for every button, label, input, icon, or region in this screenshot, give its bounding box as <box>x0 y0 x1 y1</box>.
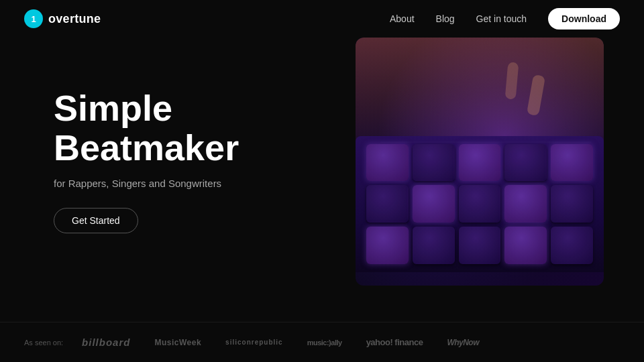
pad-8 <box>459 185 501 223</box>
pad-4 <box>504 144 547 182</box>
pad-10 <box>551 185 593 223</box>
navbar: 1 overtune About Blog Get in touch Downl… <box>0 0 644 38</box>
pad-2 <box>413 144 455 182</box>
pad-3 <box>459 144 501 182</box>
hero-section: Simple Beatmaker for Rappers, Singers an… <box>0 0 644 322</box>
pad-1 <box>366 144 409 182</box>
nav-about[interactable]: About <box>390 13 415 24</box>
brand-whynow: WhyNow <box>447 338 479 347</box>
brand-silicon: siliconrepublic <box>225 339 283 346</box>
hero-image-inner <box>356 38 604 286</box>
pad-12 <box>413 227 455 264</box>
pad-6 <box>366 185 409 223</box>
hero-text: Simple Beatmaker for Rappers, Singers an… <box>54 88 239 233</box>
hero-subtitle: for Rappers, Singers and Songwriters <box>54 178 239 189</box>
nav-contact[interactable]: Get in touch <box>476 13 527 24</box>
brand-musicweek: MusicWeek <box>154 338 201 347</box>
brand-musicaly: music:)ally <box>307 339 342 347</box>
pad-9 <box>504 185 547 223</box>
logo[interactable]: 1 overtune <box>24 9 101 28</box>
pad-11 <box>366 227 409 264</box>
pad-5 <box>551 144 593 182</box>
logo-icon: 1 <box>24 9 43 28</box>
brand-logos: billboard MusicWeek siliconrepublic musi… <box>82 337 620 348</box>
hero-title: Simple Beatmaker <box>54 88 239 168</box>
get-started-button[interactable]: Get Started <box>54 208 138 233</box>
beatpad-grid <box>356 136 604 273</box>
pad-13 <box>459 227 501 264</box>
pad-15 <box>551 227 593 264</box>
as-seen-label: As seen on: <box>24 339 63 347</box>
pad-7 <box>413 185 455 223</box>
logo-text: overtune <box>48 12 101 26</box>
as-seen-bar: As seen on: billboard MusicWeek siliconr… <box>0 322 644 362</box>
brand-billboard: billboard <box>82 337 130 348</box>
brand-yahoo: yahoo! finance <box>366 337 423 347</box>
nav-blog[interactable]: Blog <box>436 13 455 24</box>
hero-image <box>356 38 604 286</box>
nav-links: About Blog Get in touch Download <box>390 8 620 29</box>
download-button[interactable]: Download <box>548 8 620 29</box>
pad-14 <box>504 227 547 264</box>
